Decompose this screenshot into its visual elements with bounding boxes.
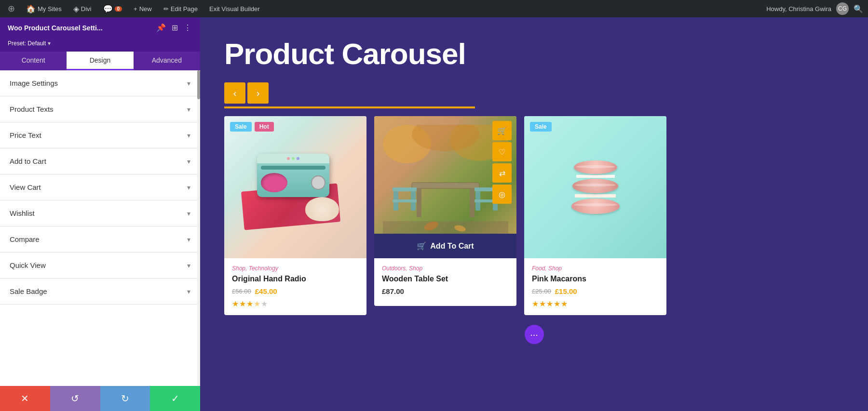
accordion-header-wishlist[interactable]: Wishlist ▾ [0, 200, 200, 226]
card-2-body: Outdoors, Shop Wooden Table Set £87.00 [374, 258, 516, 306]
card-2-compare-button[interactable]: ⇄ [492, 163, 512, 183]
pin-icon[interactable]: 📌 [155, 22, 167, 33]
star-4: ★ [554, 299, 560, 308]
card-1-category: Shop, Technology [232, 265, 359, 272]
reset-button[interactable]: ↺ [50, 386, 100, 411]
settings-sidebar: Woo Product Carousel Setti... 📌 ⊞ ⋮ Pres… [0, 17, 200, 411]
carousel-next-button[interactable]: › [247, 82, 269, 104]
comment-icon: 💬 [103, 4, 113, 13]
chevron-icon: ▾ [187, 288, 190, 295]
chevron-icon: ▾ [187, 210, 190, 217]
svg-rect-10 [393, 199, 417, 202]
star-2: ★ [239, 299, 246, 308]
product-card-1: Sale Hot Shop, Technology Original Hand … [224, 116, 366, 315]
carousel-prev-button[interactable]: ‹ [224, 82, 245, 104]
card-1-badges: Sale Hot [230, 122, 274, 132]
sale-badge: Sale [230, 122, 252, 132]
card-2-price: £87.00 [382, 287, 509, 295]
tab-advanced[interactable]: Advanced [134, 52, 200, 70]
accordion-header-image-settings[interactable]: Image Settings ▾ [0, 70, 200, 96]
card-3-price-old: £25.00 [532, 288, 551, 295]
accordion-compare: Compare ▾ [0, 226, 200, 252]
card-2-wishlist-button[interactable]: ♡ [492, 142, 512, 161]
grid-icon[interactable]: ⊞ [171, 22, 179, 33]
plus-icon: + [134, 5, 137, 13]
product-image-table: 🛒 ♡ ⇄ ◎ 🛒 Add To Cart [374, 116, 516, 258]
accordion-wishlist: Wishlist ▾ [0, 200, 200, 226]
card-3-price: £25.00 £15.00 [532, 287, 659, 295]
chevron-icon: ▾ [187, 106, 190, 113]
user-avatar[interactable]: CG [836, 2, 849, 15]
chevron-icon: ▾ [187, 184, 190, 191]
accordion-sale-badge: Sale Badge ▾ [0, 278, 200, 305]
more-icon[interactable]: ⋮ [183, 22, 192, 33]
accordion-header-price-text[interactable]: Price Text ▾ [0, 122, 200, 148]
wordpress-icon[interactable]: ⊕ [5, 2, 17, 15]
redo-button[interactable]: ↻ [100, 386, 150, 411]
tab-content[interactable]: Content [0, 52, 67, 70]
star-4: ★ [254, 299, 260, 308]
chevron-icon: ▾ [187, 262, 190, 269]
accordion-image-settings: Image Settings ▾ [0, 70, 200, 96]
product-card-3: Sale Food, Shop Pink Macarons £25.00 £15… [524, 116, 666, 315]
edit-page-menu[interactable]: ✏ Edit Page [161, 0, 201, 17]
card-3-category: Food, Shop [532, 265, 659, 272]
card-2-cart-button[interactable]: 🛒 [492, 121, 512, 140]
star-1: ★ [232, 299, 239, 308]
sidebar-tabs: Content Design Advanced [0, 52, 200, 70]
card-1-price-new: £45.00 [255, 287, 277, 295]
card-2-quickview-button[interactable]: ◎ [492, 185, 512, 204]
carousel-line [224, 106, 475, 108]
divi-menu[interactable]: ◈ Divi [70, 0, 95, 17]
save-button[interactable]: ✓ [150, 386, 200, 411]
sidebar-scroll: Image Settings ▾ Product Texts ▾ Price T… [0, 70, 200, 386]
pencil-icon: ✏ [163, 5, 169, 13]
star-5: ★ [261, 299, 268, 308]
sidebar-bottom-buttons: ✕ ↺ ↻ ✓ [0, 386, 200, 411]
accordion-price-text: Price Text ▾ [0, 122, 200, 148]
macaron-stack [571, 160, 620, 214]
search-icon[interactable]: 🔍 [854, 4, 863, 13]
card-3-price-new: £15.00 [555, 287, 577, 295]
card-3-sale-badge: Sale [530, 122, 552, 132]
tab-design[interactable]: Design [67, 52, 133, 70]
product-image-radio: Sale Hot [224, 116, 366, 258]
sidebar-header: Woo Product Carousel Setti... 📌 ⊞ ⋮ [0, 17, 200, 38]
macarons-image [524, 116, 666, 258]
sites-icon: 🏠 [26, 4, 36, 13]
main-layout: Woo Product Carousel Setti... 📌 ⊞ ⋮ Pres… [0, 17, 868, 411]
howdy-text: Howdy, Christina Gwira [766, 5, 831, 13]
preset-bar[interactable]: Preset: Default ▾ [0, 38, 200, 52]
product-card-2: 🛒 ♡ ⇄ ◎ 🛒 Add To Cart Outdoors, Shop Woo… [374, 116, 516, 306]
table-svg [383, 125, 508, 250]
card-1-stars: ★ ★ ★ ★ ★ [232, 299, 359, 308]
add-to-cart-label: Add To Cart [430, 242, 474, 251]
cancel-button[interactable]: ✕ [0, 386, 50, 411]
svg-rect-4 [412, 183, 479, 188]
star-1: ★ [532, 299, 539, 308]
accordion-header-compare[interactable]: Compare ▾ [0, 226, 200, 252]
carousel-more-button[interactable]: ··· [525, 325, 544, 344]
accordion-header-view-cart[interactable]: View Cart ▾ [0, 174, 200, 200]
exit-builder-menu[interactable]: Exit Visual Builder [206, 0, 263, 17]
sidebar-header-icons: 📌 ⊞ ⋮ [155, 22, 192, 33]
accordion-product-texts: Product Texts ▾ [0, 96, 200, 122]
add-to-cart-overlay[interactable]: 🛒 Add To Cart [374, 234, 516, 258]
accordion-header-add-to-cart[interactable]: Add to Cart ▾ [0, 148, 200, 174]
star-3: ★ [546, 299, 553, 308]
card-1-price-old: £56.00 [232, 288, 251, 295]
accordion-header-quick-view[interactable]: Quick View ▾ [0, 252, 200, 278]
canvas-area: Product Carousel ‹ › [200, 17, 868, 411]
comments-menu[interactable]: 💬 0 [100, 0, 125, 17]
svg-rect-5 [417, 188, 421, 217]
carousel-dots: ··· [224, 325, 844, 344]
chevron-icon: ▾ [187, 132, 190, 139]
cart-icon: 🛒 [417, 241, 426, 251]
card-3-stars: ★ ★ ★ ★ ★ [532, 299, 659, 308]
my-sites-menu[interactable]: 🏠 My Sites [23, 0, 65, 17]
accordion-add-to-cart: Add to Cart ▾ [0, 148, 200, 174]
new-menu[interactable]: + New [131, 0, 155, 17]
accordion-header-product-texts[interactable]: Product Texts ▾ [0, 96, 200, 122]
accordion-quick-view: Quick View ▾ [0, 252, 200, 278]
accordion-header-sale-badge[interactable]: Sale Badge ▾ [0, 278, 200, 304]
